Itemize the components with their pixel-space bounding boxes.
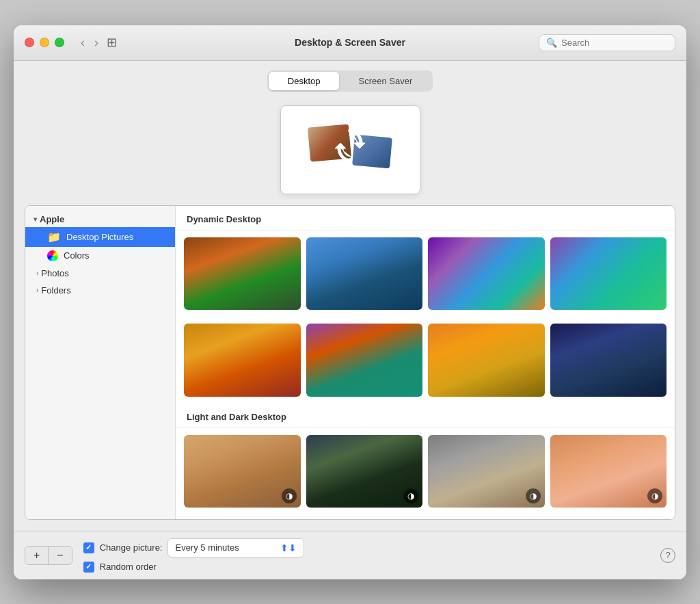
maximize-button[interactable] <box>55 38 64 47</box>
wallpaper-thumb-10[interactable]: ◑ <box>306 435 423 508</box>
close-button[interactable] <box>25 38 34 47</box>
add-remove-buttons: + − <box>25 546 72 565</box>
forward-button[interactable]: › <box>92 34 101 51</box>
nav-buttons: ‹ › <box>78 34 101 51</box>
interval-dropdown[interactable]: Every 5 minutes ⬆⬇ <box>167 538 304 557</box>
change-picture-row: ✓ Change picture: Every 5 minutes ⬆⬇ <box>83 538 649 557</box>
sidebar-group-apple: ▾ Apple 📁 Desktop Pictures Colors <box>25 211 175 265</box>
tabs-bar: Desktop Screen Saver <box>14 61 686 99</box>
minimize-button[interactable] <box>40 38 49 47</box>
titlebar: ‹ › ⊞ Desktop & Screen Saver 🔍 <box>14 25 686 61</box>
sidebar-item-label-colors: Colors <box>64 250 90 261</box>
random-order-label: Random order <box>100 562 157 572</box>
bottom-bar: + − ✓ Change picture: Every 5 minutes ⬆⬇… <box>14 531 686 579</box>
folder-icon: 📁 <box>47 231 61 244</box>
sidebar-item-label-desktop-pictures: Desktop Pictures <box>66 232 133 242</box>
preview-images <box>309 119 391 181</box>
bottom-options: ✓ Change picture: Every 5 minutes ⬆⬇ ✓ R… <box>83 538 649 573</box>
sidebar-group-label-apple: Apple <box>40 214 64 224</box>
wallpaper-thumb-12[interactable]: ◑ <box>550 435 667 508</box>
traffic-lights <box>25 38 64 47</box>
tab-screen-saver[interactable]: Screen Saver <box>339 72 431 90</box>
color-wheel-icon <box>47 250 58 261</box>
light-dark-icon-2: ◑ <box>403 488 418 503</box>
sidebar-group-label-photos: Photos <box>41 268 68 278</box>
wallpaper-thumb-6[interactable] <box>306 324 423 397</box>
chevron-down-icon: ▾ <box>33 215 37 223</box>
change-picture-label: Change picture: <box>100 542 163 553</box>
preview-section <box>25 99 675 205</box>
sidebar-group-header-apple[interactable]: ▾ Apple <box>25 211 175 227</box>
wallpaper-thumb-2[interactable] <box>306 237 423 311</box>
sidebar: ▾ Apple 📁 Desktop Pictures Colors <box>25 206 176 519</box>
search-input[interactable] <box>561 38 668 48</box>
section-dynamic-desktop: Dynamic Desktop <box>176 206 675 404</box>
search-icon: 🔍 <box>546 38 557 48</box>
help-button[interactable]: ? <box>660 548 675 563</box>
tab-desktop[interactable]: Desktop <box>269 72 340 90</box>
sidebar-item-desktop-pictures[interactable]: 📁 Desktop Pictures <box>25 227 175 247</box>
random-order-checkbox[interactable]: ✓ <box>83 562 94 573</box>
wallpaper-thumb-11[interactable]: ◑ <box>428 435 545 508</box>
wallpaper-thumb-7[interactable] <box>428 324 545 397</box>
section-light-dark: Light and Dark Desktop ◑ ◑ ◑ ◑ <box>176 404 675 515</box>
wallpaper-thumb-3[interactable] <box>428 237 545 311</box>
random-order-row: ✓ Random order <box>83 562 649 573</box>
wallpaper-thumb-9[interactable]: ◑ <box>184 435 301 508</box>
sidebar-group-folders[interactable]: › Folders <box>25 282 175 299</box>
wallpaper-thumb-1[interactable] <box>184 237 301 311</box>
wallpaper-thumb-4[interactable] <box>550 237 667 311</box>
wallpaper-grid-dynamic-row2 <box>176 317 675 404</box>
wallpaper-grid-light-dark: ◑ ◑ ◑ ◑ <box>176 428 675 515</box>
sidebar-item-colors[interactable]: Colors <box>25 247 175 265</box>
light-dark-icon-3: ◑ <box>526 488 541 503</box>
main-content: Dynamic Desktop <box>176 206 675 519</box>
sidebar-group-photos[interactable]: › Photos <box>25 265 175 282</box>
window-title: Desktop & Screen Saver <box>295 37 405 48</box>
wallpaper-grid-dynamic-row1 <box>176 231 675 317</box>
interval-value: Every 5 minutes <box>175 542 239 553</box>
section-title-light-dark: Light and Dark Desktop <box>176 404 675 428</box>
light-dark-icon: ◑ <box>282 488 297 503</box>
dropdown-arrow-icon: ⬆⬇ <box>280 542 297 553</box>
change-picture-checkbox[interactable]: ✓ <box>83 542 94 553</box>
grid-button[interactable]: ⊞ <box>107 35 117 50</box>
wallpaper-thumb-8[interactable] <box>550 324 667 397</box>
remove-button[interactable]: − <box>48 547 71 564</box>
sidebar-apple-items: 📁 Desktop Pictures Colors <box>25 227 175 265</box>
content-area: ▾ Apple 📁 Desktop Pictures Colors <box>14 99 686 531</box>
sidebar-group-label-folders: Folders <box>41 285 70 296</box>
preview-box <box>280 105 420 194</box>
section-title-dynamic: Dynamic Desktop <box>176 206 675 231</box>
chevron-right-icon-2: › <box>36 287 38 294</box>
refresh-arrow-icon <box>329 125 371 174</box>
chevron-right-icon: › <box>36 270 38 277</box>
back-button[interactable]: ‹ <box>78 34 88 51</box>
wallpaper-thumb-5[interactable] <box>184 324 301 397</box>
main-window: ‹ › ⊞ Desktop & Screen Saver 🔍 Desktop S… <box>14 25 686 579</box>
add-button[interactable]: + <box>25 547 48 564</box>
light-dark-icon-4: ◑ <box>647 488 662 503</box>
tab-group: Desktop Screen Saver <box>267 70 433 92</box>
main-section: ▾ Apple 📁 Desktop Pictures Colors <box>25 205 675 520</box>
search-box: 🔍 <box>539 34 675 51</box>
